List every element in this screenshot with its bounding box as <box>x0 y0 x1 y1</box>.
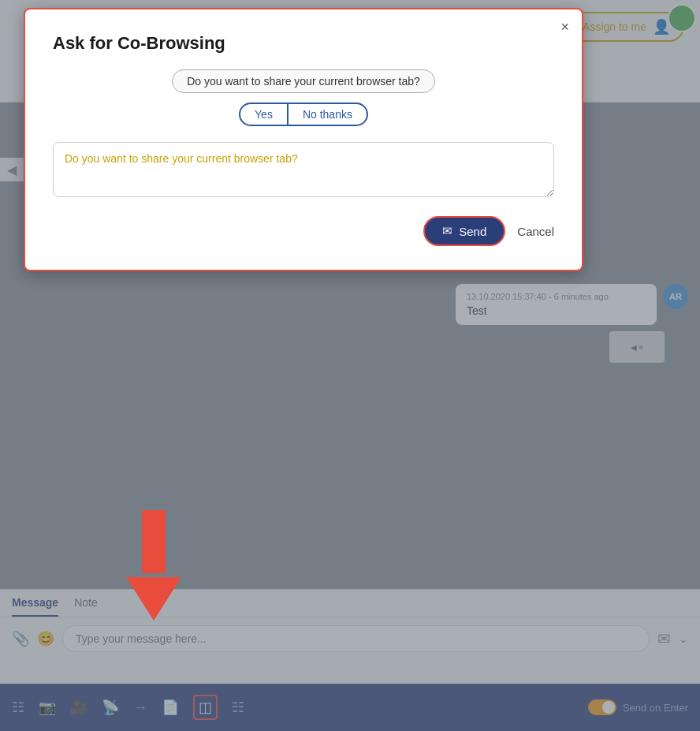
send-label: Send <box>459 225 486 238</box>
close-button[interactable]: × <box>560 19 569 35</box>
send-plane-icon: ✉ <box>442 224 452 238</box>
no-thanks-button[interactable]: No thanks <box>289 103 368 126</box>
send-button[interactable]: ✉ Send <box>423 216 505 246</box>
modal-footer: ✉ Send Cancel <box>53 216 554 246</box>
modal-title: Ask for Co-Browsing <box>53 33 554 54</box>
cancel-button[interactable]: Cancel <box>517 225 554 238</box>
arrow-head <box>126 577 181 621</box>
question-pill: Do you want to share your current browse… <box>172 69 435 93</box>
yes-button[interactable]: Yes <box>239 103 289 126</box>
message-textarea[interactable]: Do you want to share your current browse… <box>53 142 554 197</box>
co-browsing-modal: × Ask for Co-Browsing Do you want to sha… <box>24 8 583 271</box>
arrow-shaft <box>142 510 166 573</box>
